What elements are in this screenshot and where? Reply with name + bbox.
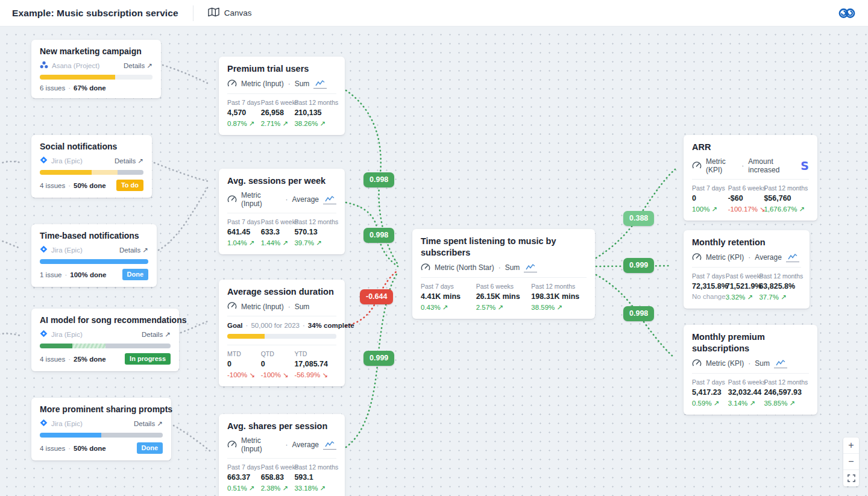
work-card-new-marketing-campaign[interactable]: New marketing campaign Asana (Project) D… [31,40,161,98]
details-link[interactable]: Details ↗ [142,330,171,339]
metric-tree-canvas[interactable]: New marketing campaign Asana (Project) D… [0,27,868,496]
metric-title: Premium trial users [227,63,336,75]
work-card-ai-model[interactable]: AI model for song recommendations Jira (… [31,309,179,371]
metric-title: ARR [692,142,809,153]
details-link[interactable]: Details ↗ [124,61,153,70]
line-chart-icon[interactable] [786,253,799,262]
metric-aggregation: Average [292,441,319,449]
stripe-icon[interactable]: S [800,160,809,172]
metric-aggregation: Sum [295,303,310,311]
edge-correlation-badge[interactable]: -0.644 [360,289,393,304]
jira-icon [40,245,48,254]
metric-period: Past 6 weeks71,521.9%3.32% ↗ [726,272,760,301]
doubleloop-logo-icon[interactable] [838,7,856,20]
gauge-icon [692,359,702,368]
metric-card-premium-trial-users[interactable]: Premium trial users Metric (Input) · Sum… [219,57,345,135]
status-badge-in-progress: In progress [125,353,171,365]
status-badge-done: Done [122,269,149,280]
metric-period: Past 6 weeks32,032.443.14% ↗ [728,378,764,407]
goal-row: Goal · 50,000 for 2023 · 34% complete [227,322,336,329]
edge-offcanvas-to-aimodel [0,333,20,336]
header-divider [193,5,193,21]
metric-card-avg-sessions-per-week[interactable]: Avg. sessions per week Metric (Input) · … [219,169,345,254]
work-card-title: Social notifications [40,141,143,152]
metric-period: Past 12 months210,13538.26% ↗ [294,99,336,128]
goal-complete: 34% complete [308,322,354,329]
jira-icon [40,156,48,165]
work-card-source: Asana (Project) [52,62,99,69]
metric-period: Past 6 weeks26,9582.71% ↗ [261,99,295,128]
issues-count: 4 issues [40,356,65,363]
metric-period: MTD0-100% ↘ [227,350,261,379]
work-card-title: AI model for song recommendations [40,315,171,325]
metric-period: Past 7 days663.370.51% ↗ [227,463,261,492]
details-link[interactable]: Details ↗ [119,246,148,254]
work-card-title: More prominent sharing prompts [40,404,163,415]
work-card-time-based-notifications[interactable]: Time-based notifications Jira (Epic) Det… [31,224,157,287]
line-chart-icon[interactable] [774,359,787,368]
work-card-sharing-prompts[interactable]: More prominent sharing prompts Jira (Epi… [31,398,171,460]
metric-card-monthly-retention[interactable]: Monthly retention Metric (KPI) · Average… [684,230,810,309]
metric-period: Past 7 days72,315.8%No change [692,272,726,301]
metric-period: Past 12 months570.1339.7% ↗ [294,218,336,247]
zoom-out-button[interactable]: − [843,454,859,470]
edge-timebased-to-sessions [159,185,209,250]
metric-type: Metric (KPI) [706,157,737,174]
fit-view-button[interactable] [843,470,859,486]
map-icon [208,7,219,19]
gauge-icon [692,253,702,262]
tab-canvas-label: Canvas [224,8,252,17]
progress-bar [40,170,143,175]
tab-canvas[interactable]: Canvas [208,7,252,19]
issues-count: 6 issues [40,84,65,92]
metric-title: Monthly premium subscriptions [692,331,809,354]
zoom-in-button[interactable]: + [843,438,859,454]
metric-period: Past 6 weeks-$60-100.17% ↘ [728,184,764,213]
metric-period: Past 7 days641.451.04% ↗ [227,218,261,247]
goal-target: 50,000 for 2023 [251,322,300,329]
metric-title: Time spent listening to music by subscri… [421,236,587,259]
metric-period: Past 6 weeks26.15K mins2.57% ↗ [476,283,532,312]
edge-social-to-sessions [154,163,209,181]
status-badge-todo: To do [116,180,143,191]
line-chart-icon[interactable] [524,263,537,272]
metric-card-arr[interactable]: ARR Metric (KPI) · Amount increased S Pa… [684,135,817,221]
metric-period: Past 12 months$56,7601,676.67% ↗ [764,184,809,213]
metric-aggregation: Sum [755,359,770,368]
edge-correlation-badge[interactable]: 0.998 [623,306,654,321]
line-chart-icon[interactable] [313,79,327,89]
edge-correlation-badge[interactable]: 0.999 [363,351,394,366]
issues-count: 4 issues [40,445,65,452]
edge-correlation-badge[interactable]: 0.388 [623,211,654,226]
edge-correlation-badge[interactable]: 0.998 [363,228,394,243]
metric-type: Metric (KPI) [706,359,744,368]
metric-type: Metric (Input) [241,191,281,208]
metric-type: Metric (KPI) [706,253,744,262]
edge-correlation-badge[interactable]: 0.998 [363,172,394,187]
metric-period: Past 12 months63,825.8%37.7% ↗ [759,272,801,301]
progress-bar [40,259,148,264]
gauge-icon [227,441,237,450]
work-card-social-notifications[interactable]: Social notifications Jira (Epic) Details… [31,135,152,198]
work-card-source: Jira (Epic) [51,331,83,338]
details-link[interactable]: Details ↗ [134,419,163,428]
metric-title: Monthly retention [692,237,801,248]
metric-period: YTD17,085.74-56.99% ↘ [294,350,336,379]
line-chart-icon[interactable] [323,195,336,204]
metric-period: Past 7 days4,5700.87% ↗ [227,99,261,128]
metric-card-monthly-premium-subscriptions[interactable]: Monthly premium subscriptions Metric (KP… [684,325,817,415]
metric-card-avg-shares-per-session[interactable]: Avg. shares per session Metric (Input) ·… [219,414,345,496]
canvas-zoom-controls: + − [843,438,859,486]
details-link[interactable]: Details ↗ [115,157,143,165]
metric-period: Past 12 months593.133.18% ↗ [294,463,336,492]
work-card-source: Jira (Epic) [51,246,83,254]
line-chart-icon[interactable] [323,440,336,450]
metric-card-average-session-duration[interactable]: Average session duration Metric (Input) … [219,280,345,386]
edge-correlation-badge[interactable]: 0.999 [623,258,654,273]
gauge-icon [692,162,702,171]
metric-card-time-spent-listening[interactable]: Time spent listening to music by subscri… [412,229,595,319]
issues-count: 4 issues [40,182,65,189]
metric-aggregation: Amount increased [748,157,796,174]
done-percent: 50% done [74,445,106,452]
issues-count: 1 issue [40,271,61,278]
